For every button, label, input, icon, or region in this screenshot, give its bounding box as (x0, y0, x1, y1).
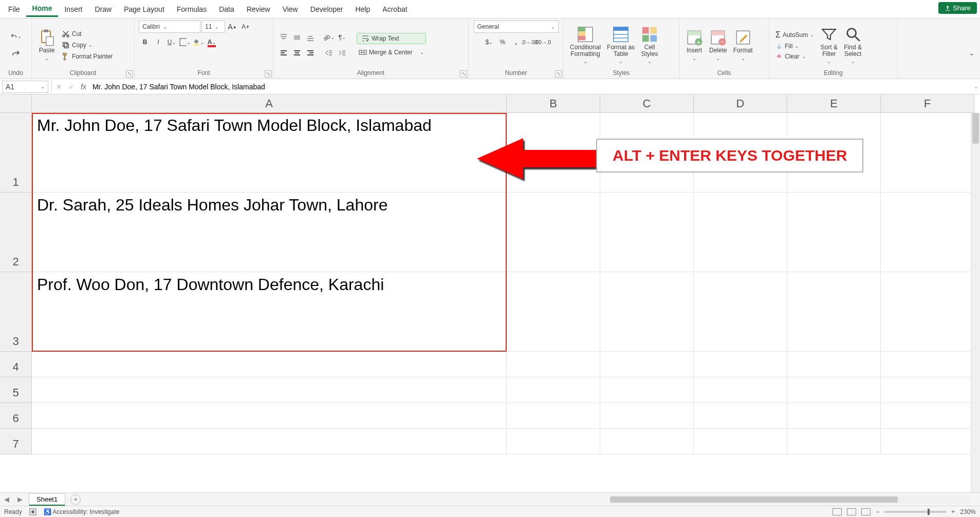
underline-button[interactable]: U⌄ (165, 36, 178, 48)
cell[interactable] (881, 352, 974, 377)
tab-formulas[interactable]: Formulas (171, 2, 213, 16)
row-header[interactable]: 6 (0, 403, 32, 429)
expand-formula-button[interactable]: ⌄ (974, 84, 978, 89)
cell[interactable] (600, 352, 694, 377)
cell[interactable] (600, 272, 694, 352)
cell[interactable] (694, 403, 787, 429)
merge-center-button[interactable]: Merge & Center⌄ (357, 47, 426, 58)
align-top-button[interactable] (278, 31, 290, 44)
wrap-text-button[interactable]: Wrap Text (357, 33, 426, 44)
sheet-tab-active[interactable]: Sheet1 (29, 493, 65, 506)
percent-format-button[interactable]: % (496, 36, 509, 48)
cell[interactable] (507, 113, 600, 193)
tab-view[interactable]: View (276, 2, 304, 16)
cell[interactable] (694, 377, 787, 403)
cell[interactable] (507, 352, 600, 377)
cell[interactable] (881, 403, 974, 429)
tab-data[interactable]: Data (213, 2, 241, 16)
add-sheet-button[interactable]: + (70, 494, 81, 505)
cell[interactable] (881, 377, 974, 403)
increase-decimal-button[interactable]: .0→.00 (523, 36, 535, 48)
tab-home[interactable]: Home (26, 1, 59, 17)
view-pagelayout-button[interactable] (847, 508, 856, 515)
format-painter-button[interactable]: Format Painter (60, 51, 115, 62)
number-dialog-launcher[interactable]: ⤡ (555, 70, 562, 78)
vertical-scrollbar[interactable] (971, 113, 980, 497)
cell[interactable] (694, 272, 787, 352)
format-as-table-button[interactable]: Format as Table⌄ (605, 25, 637, 65)
decrease-indent-button[interactable] (323, 47, 335, 59)
format-cells-button[interactable]: Format⌄ (731, 28, 755, 62)
cell[interactable] (32, 352, 507, 377)
cell[interactable] (787, 113, 881, 193)
tab-review[interactable]: Review (241, 2, 276, 16)
zoom-slider[interactable] (884, 511, 946, 513)
row-header[interactable]: 2 (0, 193, 32, 272)
increase-indent-button[interactable] (336, 47, 348, 59)
align-center-button[interactable] (291, 47, 303, 59)
cell[interactable] (694, 352, 787, 377)
tab-file[interactable]: File (2, 2, 26, 16)
undo-button[interactable]: ⌄ (10, 30, 22, 43)
cell[interactable] (694, 429, 787, 454)
italic-button[interactable]: I (152, 36, 164, 48)
cell[interactable] (787, 193, 881, 272)
copy-button[interactable]: Copy⌄ (60, 40, 115, 50)
cut-button[interactable]: Cut (60, 29, 115, 39)
fill-color-button[interactable]: ⌄ (192, 36, 205, 48)
insert-cells-button[interactable]: +Insert⌄ (683, 28, 705, 62)
cell[interactable] (32, 403, 507, 429)
accessibility-status[interactable]: ♿ Accessibility: Investigate (44, 508, 120, 515)
align-right-button[interactable] (304, 47, 317, 59)
cell[interactable] (507, 403, 600, 429)
enter-formula-button[interactable]: ✓ (65, 83, 78, 91)
column-header[interactable]: E (787, 94, 881, 113)
row-header[interactable]: 1 (0, 113, 32, 193)
tab-pagelayout[interactable]: Page Layout (118, 2, 171, 16)
conditional-formatting-button[interactable]: Conditional Formatting⌄ (568, 25, 603, 65)
view-pagebreak-button[interactable] (861, 508, 871, 515)
cell-styles-button[interactable]: Cell Styles⌄ (639, 25, 660, 65)
cell[interactable] (787, 377, 881, 403)
align-middle-button[interactable] (291, 31, 303, 44)
cell[interactable] (507, 377, 600, 403)
clipboard-dialog-launcher[interactable]: ⤡ (126, 70, 133, 78)
tab-developer[interactable]: Developer (304, 2, 349, 16)
cell[interactable] (881, 429, 974, 454)
text-direction-button[interactable]: ¶⌄ (336, 31, 348, 44)
align-bottom-button[interactable] (304, 31, 317, 44)
bold-button[interactable]: B (139, 36, 151, 48)
paste-button[interactable]: Paste⌄ (36, 28, 58, 62)
accounting-format-button[interactable]: $⌄ (483, 36, 495, 48)
cell[interactable] (787, 403, 881, 429)
font-size-select[interactable]: 11⌄ (201, 21, 225, 33)
cell[interactable] (881, 193, 974, 272)
zoom-in-button[interactable]: + (951, 508, 955, 515)
comma-format-button[interactable]: , (510, 36, 522, 48)
find-select-button[interactable]: Find & Select⌄ (842, 25, 864, 65)
sort-filter-button[interactable]: Sort & Filter⌄ (818, 25, 840, 65)
cell[interactable] (787, 352, 881, 377)
column-header[interactable]: D (694, 94, 787, 113)
cell[interactable] (600, 193, 694, 272)
tab-help[interactable]: Help (349, 2, 377, 16)
autosum-button[interactable]: ΣAutoSum⌄ (773, 29, 816, 41)
tab-draw[interactable]: Draw (88, 2, 118, 16)
cell[interactable] (600, 403, 694, 429)
cell[interactable] (32, 377, 507, 403)
align-left-button[interactable] (278, 47, 290, 59)
cell[interactable] (600, 377, 694, 403)
column-header[interactable]: C (600, 94, 694, 113)
delete-cells-button[interactable]: −Delete⌄ (707, 28, 729, 62)
horizontal-scrollbar[interactable] (610, 495, 970, 504)
cell[interactable] (32, 429, 507, 454)
clear-button[interactable]: Clear⌄ (773, 52, 816, 61)
sheet-nav-prev[interactable]: ◀ (0, 495, 13, 503)
increase-font-button[interactable]: A▲ (226, 21, 238, 33)
zoom-out-button[interactable]: − (876, 508, 879, 515)
font-dialog-launcher[interactable]: ⤡ (265, 70, 272, 78)
cell[interactable]: Mr. John Doe, 17 Safari Town Model Block… (32, 113, 507, 193)
row-header[interactable]: 3 (0, 272, 32, 352)
cell[interactable] (694, 193, 787, 272)
orientation-button[interactable]: ab⌄ (323, 31, 335, 44)
